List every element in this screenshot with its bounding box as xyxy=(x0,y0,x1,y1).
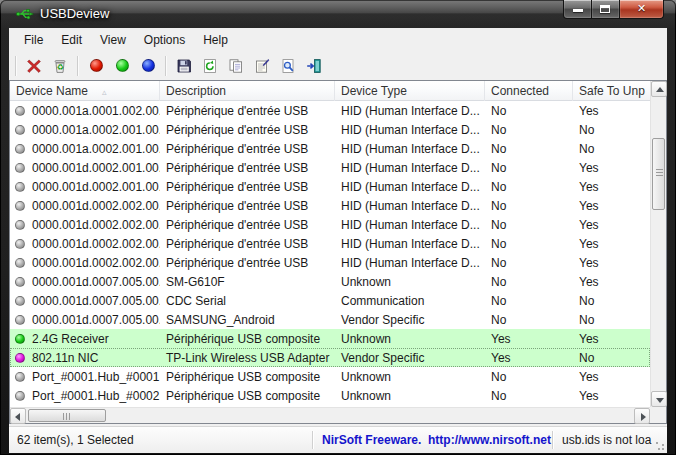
table-row[interactable]: 0000.001a.0001.002.00...Périphérique d'e… xyxy=(10,101,650,120)
column-header-description[interactable]: Description xyxy=(160,81,335,101)
column-header-device-type[interactable]: Device Type xyxy=(335,81,485,101)
menu-help[interactable]: Help xyxy=(194,30,237,50)
column-label: Device Type xyxy=(341,84,407,98)
device-status-ball-icon xyxy=(15,201,25,211)
connected-cell: No xyxy=(485,142,573,156)
sort-ascending-icon: ▵ xyxy=(102,87,107,97)
vertical-scroll-thumb[interactable] xyxy=(652,138,665,210)
description-cell: Périphérique d'entrée USB xyxy=(160,180,335,194)
scroll-down-button[interactable] xyxy=(651,391,667,407)
safe-to-unplug-cell: Yes xyxy=(573,199,650,213)
device-type-cell: HID (Human Interface D... xyxy=(335,237,485,251)
horizontal-scrollbar[interactable] xyxy=(10,407,650,423)
find-button[interactable] xyxy=(275,53,301,78)
table-row[interactable]: Port_#0001.Hub_#0002Périphérique USB com… xyxy=(10,386,650,405)
description-cell: Périphérique d'entrée USB xyxy=(160,123,335,137)
list-header: Device Name▵ Description Device Type Con… xyxy=(10,81,666,101)
maximize-button[interactable] xyxy=(592,0,619,19)
safe-to-unplug-cell: No xyxy=(573,351,650,365)
column-header-device-name[interactable]: Device Name▵ xyxy=(10,81,160,101)
device-name-cell: 0000.001d.0007.005.00... xyxy=(10,275,160,289)
scroll-right-button[interactable] xyxy=(634,408,650,424)
device-status-ball-icon xyxy=(15,391,25,401)
maximize-icon xyxy=(600,5,610,13)
table-row[interactable]: 0000.001a.0002.001.00...Périphérique d'e… xyxy=(10,120,650,139)
arrow-right-icon xyxy=(641,413,646,421)
device-name-cell: 0000.001d.0002.001.00... xyxy=(10,180,160,194)
red-ball-button[interactable] xyxy=(83,53,109,78)
menu-edit[interactable]: Edit xyxy=(52,30,91,50)
device-status-ball-icon xyxy=(15,163,25,173)
table-row[interactable]: 0000.001d.0002.002.00...Périphérique d'e… xyxy=(10,215,650,234)
table-row[interactable]: 0000.001d.0002.001.00...Périphérique d'e… xyxy=(10,158,650,177)
table-row[interactable]: 0000.001d.0002.001.00...Périphérique d'e… xyxy=(10,177,650,196)
scroll-left-button[interactable] xyxy=(10,408,26,424)
column-label: Safe To Unp xyxy=(579,84,645,98)
save-button[interactable] xyxy=(171,53,197,78)
device-type-cell: Vendor Specific xyxy=(335,313,485,327)
window-title: USBDeview xyxy=(40,6,109,21)
table-row[interactable]: 802.11n NICTP-Link Wireless USB AdapterV… xyxy=(10,348,650,367)
minimize-button[interactable] xyxy=(563,0,592,19)
column-header-connected[interactable]: Connected xyxy=(485,81,573,101)
connected-cell: Yes xyxy=(485,351,573,365)
connected-cell: No xyxy=(485,275,573,289)
description-cell: Périphérique USB composite xyxy=(160,370,335,384)
green-ball-icon xyxy=(116,59,129,72)
connected-cell: No xyxy=(485,294,573,308)
uninstall-device-button[interactable] xyxy=(21,53,47,78)
menu-view[interactable]: View xyxy=(91,30,135,50)
connected-cell: No xyxy=(485,199,573,213)
device-type-cell: HID (Human Interface D... xyxy=(335,142,485,156)
table-row[interactable]: 0000.001a.0002.001.00...Périphérique d'e… xyxy=(10,139,650,158)
device-name-cell: 2.4G Receiver xyxy=(10,332,160,346)
device-name-cell: 0000.001a.0002.001.00... xyxy=(10,142,160,156)
menu-file[interactable]: File xyxy=(15,30,52,50)
table-row[interactable]: 2.4G ReceiverPériphérique USB compositeU… xyxy=(10,329,650,348)
table-row[interactable]: 0000.001d.0002.002.00...Périphérique d'e… xyxy=(10,196,650,215)
device-type-cell: Unknown xyxy=(335,275,485,289)
connected-cell: No xyxy=(485,389,573,403)
menu-options[interactable]: Options xyxy=(135,30,194,50)
blue-ball-button[interactable] xyxy=(135,53,161,78)
resize-grip[interactable] xyxy=(655,441,665,451)
safe-to-unplug-cell: No xyxy=(573,123,650,137)
green-ball-button[interactable] xyxy=(109,53,135,78)
device-status-ball-icon xyxy=(15,372,25,382)
connected-cell: Yes xyxy=(485,332,573,346)
description-cell: CDC Serial xyxy=(160,294,335,308)
device-name-text: 0000.001a.0002.001.00... xyxy=(32,142,160,156)
device-name-cell: 0000.001a.0002.001.00... xyxy=(10,123,160,137)
device-type-cell: HID (Human Interface D... xyxy=(335,123,485,137)
recycle-bin-button[interactable]: ♻ xyxy=(47,53,73,78)
table-row[interactable]: 0000.001d.0007.005.00...SAMSUNG_AndroidV… xyxy=(10,310,650,329)
device-name-cell: 0000.001d.0002.002.00... xyxy=(10,218,160,232)
connected-cell: No xyxy=(485,218,573,232)
device-status-ball-icon xyxy=(15,315,25,325)
device-type-cell: Unknown xyxy=(335,389,485,403)
connected-cell: No xyxy=(485,180,573,194)
copy-button[interactable] xyxy=(223,53,249,78)
table-row[interactable]: 0000.001d.0007.005.00...CDC SerialCommun… xyxy=(10,291,650,310)
horizontal-scroll-thumb[interactable] xyxy=(28,409,106,422)
refresh-button[interactable] xyxy=(197,53,223,78)
device-status-ball-icon xyxy=(15,258,25,268)
table-row[interactable]: Port_#0001.Hub_#0001Périphérique USB com… xyxy=(10,367,650,386)
properties-button[interactable] xyxy=(249,53,275,78)
titlebar[interactable]: USBDeview ✕ xyxy=(0,0,676,28)
close-button[interactable]: ✕ xyxy=(619,0,664,19)
usb-logo-icon xyxy=(16,6,34,22)
description-cell: SM-G610F xyxy=(160,275,335,289)
table-row[interactable]: 0000.001d.0002.002.00...Périphérique d'e… xyxy=(10,253,650,272)
column-label: Description xyxy=(166,84,226,98)
nirsoft-link[interactable]: NirSoft Freeware. http://www.nirsoft.net xyxy=(314,433,552,447)
safe-to-unplug-cell: Yes xyxy=(573,389,650,403)
device-name-text: 0000.001d.0007.005.00... xyxy=(32,294,160,308)
vertical-scrollbar[interactable] xyxy=(650,81,666,407)
table-row[interactable]: 0000.001d.0007.005.00...SM-G610FUnknownN… xyxy=(10,272,650,291)
connected-cell: No xyxy=(485,161,573,175)
table-row[interactable]: 0000.001d.0002.002.00...Périphérique d'e… xyxy=(10,234,650,253)
exit-button[interactable] xyxy=(301,53,327,78)
device-type-cell: HID (Human Interface D... xyxy=(335,104,485,118)
scroll-up-button[interactable] xyxy=(651,81,667,97)
